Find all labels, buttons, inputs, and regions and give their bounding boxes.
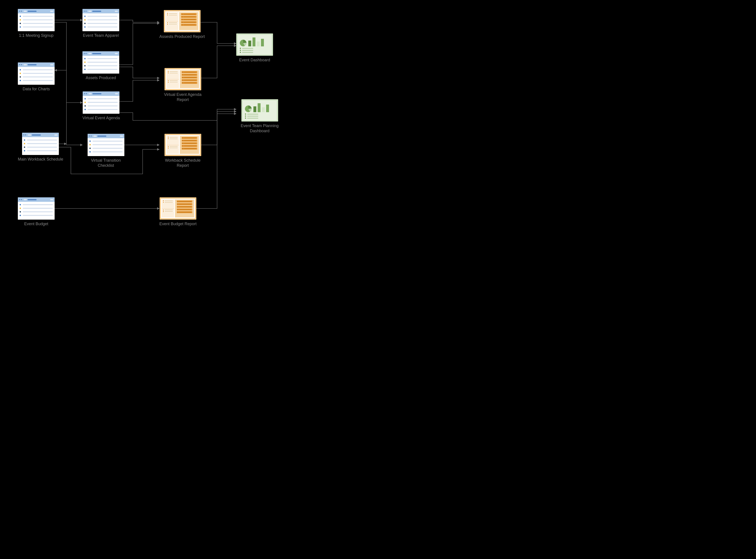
sheet-icon bbox=[88, 134, 124, 156]
sheet-icon bbox=[83, 9, 119, 31]
report-icon bbox=[164, 10, 201, 32]
node-event-team-planning-dashboard[interactable]: Event Team Planning Dashboard bbox=[236, 99, 283, 133]
node-virtual-event-agenda-report[interactable]: Virtual Event Agenda Report bbox=[159, 68, 206, 102]
report-icon bbox=[164, 134, 201, 156]
node-label: 1:1 Meeting Signup bbox=[19, 33, 53, 38]
node-label: Assests Produced Report bbox=[159, 34, 205, 39]
node-label: Event Dashboard bbox=[239, 58, 270, 63]
sheet-icon bbox=[18, 197, 54, 220]
node-label: Main Workback Schedule bbox=[18, 157, 63, 162]
node-label: Data for Charts bbox=[23, 87, 50, 92]
node-label: Assets Produced bbox=[86, 75, 116, 81]
node-virtual-transition-checklist[interactable]: Virtual Transition Checklist bbox=[83, 134, 129, 168]
bar-chart-icon bbox=[253, 102, 269, 112]
node-label: Event Team Apparel bbox=[83, 33, 119, 38]
node-event-budget-report[interactable]: Event Budget Report bbox=[159, 197, 197, 226]
node-label: Event Budget bbox=[24, 221, 48, 226]
sheet-icon bbox=[83, 91, 119, 114]
node-label: Virtual Event Agenda bbox=[83, 115, 120, 120]
node-label: Workback Schedule Report bbox=[159, 158, 206, 168]
bar-chart-icon bbox=[248, 37, 264, 46]
node-event-dashboard[interactable]: Event Dashboard bbox=[236, 33, 273, 63]
node-label: Event Team Planning Dashboard bbox=[236, 123, 283, 133]
sheet-icon bbox=[18, 63, 54, 85]
node-label: Virtual Transition Checklist bbox=[83, 158, 129, 168]
sheet-icon bbox=[83, 51, 119, 73]
report-icon bbox=[160, 197, 196, 220]
report-icon bbox=[164, 68, 201, 90]
node-label: Event Budget Report bbox=[159, 221, 197, 226]
node-data-for-charts[interactable]: Data for Charts bbox=[18, 63, 54, 92]
node-assets-produced-report[interactable]: Assests Produced Report bbox=[159, 10, 205, 39]
node-meeting-signup[interactable]: 1:1 Meeting Signup bbox=[18, 9, 54, 38]
pie-chart-icon bbox=[245, 106, 252, 112]
node-workback-schedule-report[interactable]: Workback Schedule Report bbox=[159, 134, 206, 168]
dashboard-icon bbox=[242, 99, 278, 121]
diagram-canvas: 1:1 Meeting Signup Data for Charts Main … bbox=[0, 0, 336, 248]
node-event-team-apparel[interactable]: Event Team Apparel bbox=[83, 9, 119, 38]
pie-chart-icon bbox=[240, 40, 247, 46]
node-event-budget[interactable]: Event Budget bbox=[18, 197, 54, 226]
node-virtual-event-agenda[interactable]: Virtual Event Agenda bbox=[83, 91, 120, 120]
node-main-workback-schedule[interactable]: Main Workback Schedule bbox=[18, 133, 63, 162]
sheet-icon bbox=[18, 9, 54, 31]
sheet-icon bbox=[22, 133, 59, 155]
node-assets-produced[interactable]: Assets Produced bbox=[83, 51, 119, 81]
node-label: Virtual Event Agenda Report bbox=[159, 92, 206, 102]
dashboard-icon bbox=[236, 33, 273, 56]
